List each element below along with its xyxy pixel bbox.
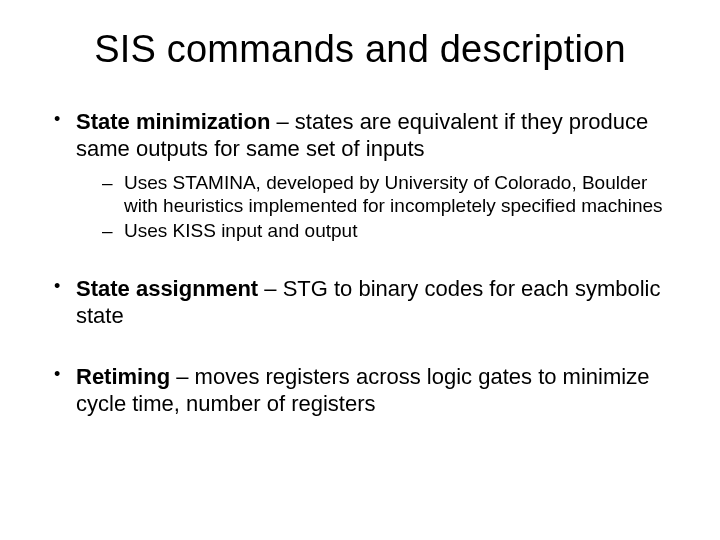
sub-bullet-stamina: Uses STAMINA, developed by University of…: [98, 171, 672, 217]
slide: SIS commands and description State minim…: [0, 0, 720, 540]
bullet-bold: State assignment: [76, 276, 258, 301]
bullet-state-minimization: State minimization – states are equivale…: [48, 109, 672, 242]
slide-title: SIS commands and description: [48, 28, 672, 71]
sub-bullet-list: Uses STAMINA, developed by University of…: [76, 171, 672, 243]
bullet-list: State minimization – states are equivale…: [48, 109, 672, 417]
bullet-state-assignment: State assignment – STG to binary codes f…: [48, 276, 672, 330]
bullet-bold: State minimization: [76, 109, 270, 134]
sub-bullet-kiss: Uses KISS input and output: [98, 219, 672, 242]
bullet-bold: Retiming: [76, 364, 170, 389]
bullet-retiming: Retiming – moves registers across logic …: [48, 364, 672, 418]
